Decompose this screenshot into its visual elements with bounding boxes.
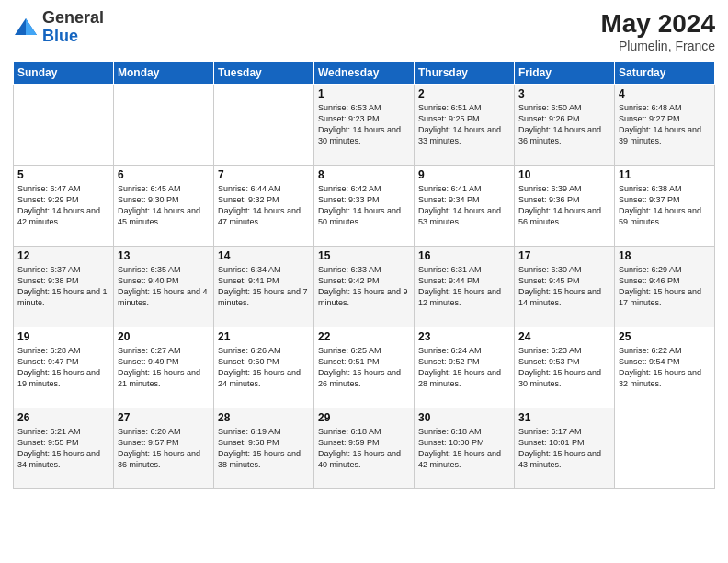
calendar-cell: 25Sunrise: 6:22 AM Sunset: 9:54 PM Dayli… xyxy=(615,327,715,408)
day-number: 8 xyxy=(318,168,410,181)
day-number: 2 xyxy=(418,87,510,100)
day-number: 11 xyxy=(619,168,711,181)
month-year: May 2024 xyxy=(600,9,715,39)
calendar-cell: 16Sunrise: 6:31 AM Sunset: 9:44 PM Dayli… xyxy=(415,247,515,327)
calendar-cell: 28Sunrise: 6:19 AM Sunset: 9:58 PM Dayli… xyxy=(214,408,314,489)
day-number: 10 xyxy=(518,168,610,181)
day-number: 1 xyxy=(318,87,410,100)
logo: General Blue xyxy=(13,9,104,46)
day-number: 3 xyxy=(518,87,610,100)
calendar-cell xyxy=(615,408,715,489)
day-number: 22 xyxy=(318,330,410,343)
day-info: Sunrise: 6:26 AM Sunset: 9:50 PM Dayligh… xyxy=(218,345,310,390)
day-info: Sunrise: 6:18 AM Sunset: 10:00 PM Daylig… xyxy=(418,426,510,471)
col-monday: Monday xyxy=(114,62,214,85)
day-number: 7 xyxy=(218,168,310,181)
calendar-cell: 9Sunrise: 6:41 AM Sunset: 9:34 PM Daylig… xyxy=(415,166,515,247)
calendar-cell xyxy=(14,85,114,166)
day-number: 29 xyxy=(318,411,410,424)
location: Plumelin, France xyxy=(600,39,715,53)
day-number: 26 xyxy=(17,411,109,424)
day-info: Sunrise: 6:23 AM Sunset: 9:53 PM Dayligh… xyxy=(518,345,610,390)
day-info: Sunrise: 6:28 AM Sunset: 9:47 PM Dayligh… xyxy=(17,345,109,390)
day-info: Sunrise: 6:53 AM Sunset: 9:23 PM Dayligh… xyxy=(318,102,410,147)
day-info: Sunrise: 6:25 AM Sunset: 9:51 PM Dayligh… xyxy=(318,345,410,390)
day-number: 31 xyxy=(518,411,610,424)
calendar-cell: 26Sunrise: 6:21 AM Sunset: 9:55 PM Dayli… xyxy=(14,408,114,489)
day-info: Sunrise: 6:34 AM Sunset: 9:41 PM Dayligh… xyxy=(218,264,310,309)
calendar-cell: 17Sunrise: 6:30 AM Sunset: 9:45 PM Dayli… xyxy=(515,247,615,327)
calendar-cell: 31Sunrise: 6:17 AM Sunset: 10:01 PM Dayl… xyxy=(515,408,615,489)
day-info: Sunrise: 6:35 AM Sunset: 9:40 PM Dayligh… xyxy=(118,264,210,309)
page: General Blue May 2024 Plumelin, France S… xyxy=(0,0,728,563)
calendar-cell: 18Sunrise: 6:29 AM Sunset: 9:46 PM Dayli… xyxy=(615,247,715,327)
day-info: Sunrise: 6:39 AM Sunset: 9:36 PM Dayligh… xyxy=(518,183,610,228)
day-number: 30 xyxy=(418,411,510,424)
day-number: 24 xyxy=(518,330,610,343)
day-info: Sunrise: 6:47 AM Sunset: 9:29 PM Dayligh… xyxy=(17,183,109,228)
day-number: 18 xyxy=(619,249,711,262)
day-number: 28 xyxy=(218,411,310,424)
day-number: 5 xyxy=(17,168,109,181)
svg-marker-1 xyxy=(26,18,37,35)
calendar-cell: 20Sunrise: 6:27 AM Sunset: 9:49 PM Dayli… xyxy=(114,327,214,408)
calendar-cell: 13Sunrise: 6:35 AM Sunset: 9:40 PM Dayli… xyxy=(114,247,214,327)
day-info: Sunrise: 6:41 AM Sunset: 9:34 PM Dayligh… xyxy=(418,183,510,228)
day-info: Sunrise: 6:48 AM Sunset: 9:27 PM Dayligh… xyxy=(619,102,711,147)
day-info: Sunrise: 6:50 AM Sunset: 9:26 PM Dayligh… xyxy=(518,102,610,147)
header: General Blue May 2024 Plumelin, France xyxy=(13,9,715,53)
day-info: Sunrise: 6:51 AM Sunset: 9:25 PM Dayligh… xyxy=(418,102,510,147)
day-info: Sunrise: 6:19 AM Sunset: 9:58 PM Dayligh… xyxy=(218,426,310,471)
day-number: 14 xyxy=(218,249,310,262)
logo-general: General xyxy=(42,8,104,27)
calendar-cell: 3Sunrise: 6:50 AM Sunset: 9:26 PM Daylig… xyxy=(515,85,615,166)
calendar-cell: 4Sunrise: 6:48 AM Sunset: 9:27 PM Daylig… xyxy=(615,85,715,166)
day-number: 21 xyxy=(218,330,310,343)
day-number: 12 xyxy=(17,249,109,262)
day-number: 19 xyxy=(17,330,109,343)
week-row-1: 5Sunrise: 6:47 AM Sunset: 9:29 PM Daylig… xyxy=(14,166,715,247)
week-row-2: 12Sunrise: 6:37 AM Sunset: 9:38 PM Dayli… xyxy=(14,247,715,327)
week-row-4: 26Sunrise: 6:21 AM Sunset: 9:55 PM Dayli… xyxy=(14,408,715,489)
calendar-cell: 7Sunrise: 6:44 AM Sunset: 9:32 PM Daylig… xyxy=(214,166,314,247)
header-row: Sunday Monday Tuesday Wednesday Thursday… xyxy=(14,62,715,85)
col-friday: Friday xyxy=(515,62,615,85)
week-row-3: 19Sunrise: 6:28 AM Sunset: 9:47 PM Dayli… xyxy=(14,327,715,408)
week-row-0: 1Sunrise: 6:53 AM Sunset: 9:23 PM Daylig… xyxy=(14,85,715,166)
calendar-cell: 30Sunrise: 6:18 AM Sunset: 10:00 PM Dayl… xyxy=(415,408,515,489)
calendar-cell: 21Sunrise: 6:26 AM Sunset: 9:50 PM Dayli… xyxy=(214,327,314,408)
day-number: 27 xyxy=(118,411,210,424)
day-info: Sunrise: 6:17 AM Sunset: 10:01 PM Daylig… xyxy=(518,426,610,471)
col-tuesday: Tuesday xyxy=(214,62,314,85)
day-number: 13 xyxy=(118,249,210,262)
day-info: Sunrise: 6:37 AM Sunset: 9:38 PM Dayligh… xyxy=(17,264,109,309)
day-info: Sunrise: 6:44 AM Sunset: 9:32 PM Dayligh… xyxy=(218,183,310,228)
col-wednesday: Wednesday xyxy=(314,62,415,85)
day-info: Sunrise: 6:21 AM Sunset: 9:55 PM Dayligh… xyxy=(17,426,109,471)
calendar-cell: 22Sunrise: 6:25 AM Sunset: 9:51 PM Dayli… xyxy=(314,327,415,408)
calendar-cell: 15Sunrise: 6:33 AM Sunset: 9:42 PM Dayli… xyxy=(314,247,415,327)
day-info: Sunrise: 6:42 AM Sunset: 9:33 PM Dayligh… xyxy=(318,183,410,228)
calendar-cell: 27Sunrise: 6:20 AM Sunset: 9:57 PM Dayli… xyxy=(114,408,214,489)
calendar-cell: 24Sunrise: 6:23 AM Sunset: 9:53 PM Dayli… xyxy=(515,327,615,408)
calendar-cell: 8Sunrise: 6:42 AM Sunset: 9:33 PM Daylig… xyxy=(314,166,415,247)
day-info: Sunrise: 6:20 AM Sunset: 9:57 PM Dayligh… xyxy=(118,426,210,471)
day-info: Sunrise: 6:22 AM Sunset: 9:54 PM Dayligh… xyxy=(619,345,711,390)
calendar-cell: 2Sunrise: 6:51 AM Sunset: 9:25 PM Daylig… xyxy=(415,85,515,166)
calendar-body: 1Sunrise: 6:53 AM Sunset: 9:23 PM Daylig… xyxy=(14,85,715,489)
day-info: Sunrise: 6:45 AM Sunset: 9:30 PM Dayligh… xyxy=(118,183,210,228)
day-info: Sunrise: 6:24 AM Sunset: 9:52 PM Dayligh… xyxy=(418,345,510,390)
day-number: 15 xyxy=(318,249,410,262)
calendar-cell: 1Sunrise: 6:53 AM Sunset: 9:23 PM Daylig… xyxy=(314,85,415,166)
day-info: Sunrise: 6:18 AM Sunset: 9:59 PM Dayligh… xyxy=(318,426,410,471)
day-info: Sunrise: 6:29 AM Sunset: 9:46 PM Dayligh… xyxy=(619,264,711,309)
calendar-cell: 12Sunrise: 6:37 AM Sunset: 9:38 PM Dayli… xyxy=(14,247,114,327)
calendar-cell xyxy=(214,85,314,166)
logo-text: General Blue xyxy=(42,9,104,46)
calendar-cell: 6Sunrise: 6:45 AM Sunset: 9:30 PM Daylig… xyxy=(114,166,214,247)
day-number: 16 xyxy=(418,249,510,262)
day-number: 17 xyxy=(518,249,610,262)
calendar-cell: 29Sunrise: 6:18 AM Sunset: 9:59 PM Dayli… xyxy=(314,408,415,489)
calendar-cell xyxy=(114,85,214,166)
title-block: May 2024 Plumelin, France xyxy=(600,9,715,53)
